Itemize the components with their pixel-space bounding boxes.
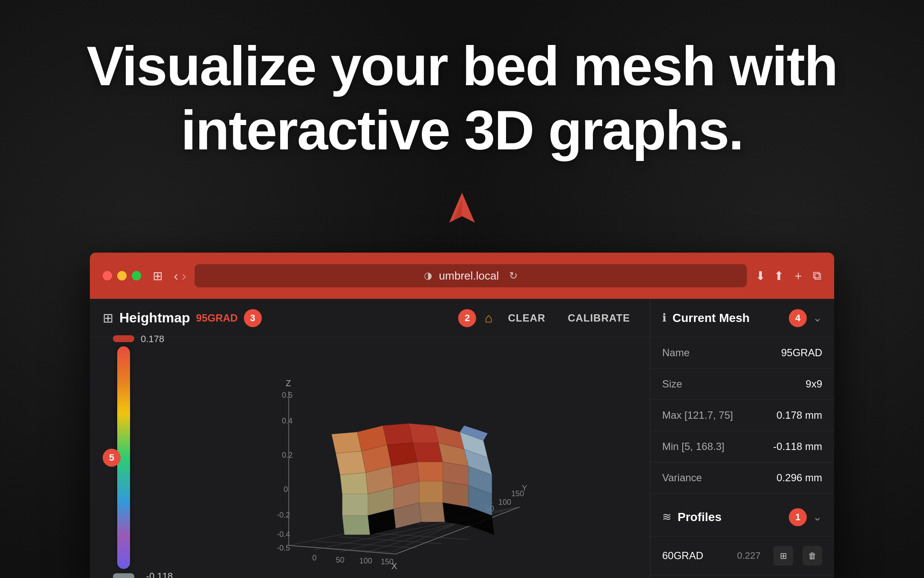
- svg-marker-33: [332, 432, 361, 453]
- home-icon[interactable]: ⌂: [485, 311, 492, 325]
- size-value: 9x9: [806, 378, 822, 390]
- logo: [441, 188, 483, 233]
- profiles-section: ≋ Profiles 1 ⌄ 60GRAD 0.227 ⊞ 🗑 70GRAD 0…: [650, 498, 834, 578]
- close-button[interactable]: [103, 271, 112, 280]
- svg-text:0.2: 0.2: [282, 451, 293, 459]
- max-value: 0.178 mm: [776, 409, 822, 421]
- svg-marker-57: [342, 515, 370, 535]
- heightmap-header: ⊞ Heightmap 95GRAD 3 2 ⌂ CLEAR CALIBRATE: [90, 299, 650, 337]
- grid-icon: ⊞: [103, 310, 113, 325]
- badge-2: 2: [458, 309, 476, 327]
- browser-actions: ⬇ ⬆ ＋ ⧉: [755, 268, 821, 284]
- svg-line-9: [340, 537, 443, 544]
- svg-marker-45: [340, 473, 368, 494]
- url-bar[interactable]: ◑ umbrel.local ↻: [195, 264, 747, 287]
- mesh-3d-container[interactable]: 0.5 0.4 0.2 0 -0.2 -0.4 -0.5 0 50 100 15…: [246, 340, 545, 575]
- profile-name-0: 60GRAD: [662, 550, 731, 562]
- svg-text:0: 0: [284, 485, 288, 494]
- svg-line-8: [314, 541, 417, 548]
- value-bottom: -0.118: [146, 571, 173, 578]
- svg-marker-51: [342, 494, 368, 515]
- heightmap-title: Heightmap: [119, 310, 190, 326]
- url-text: umbrel.local: [439, 269, 499, 283]
- svg-text:-0.4: -0.4: [277, 530, 290, 539]
- svg-text:0.5: 0.5: [282, 391, 293, 399]
- left-panel: ⊞ Heightmap 95GRAD 3 2 ⌂ CLEAR CALIBRATE…: [90, 299, 650, 578]
- size-label: Size: [662, 378, 682, 390]
- profiles-title: Profiles: [678, 510, 783, 524]
- badge-1: 1: [789, 508, 807, 526]
- header-left: ⊞ Heightmap 95GRAD 3: [103, 309, 451, 327]
- chevron-down-icon[interactable]: ⌄: [813, 311, 822, 325]
- svg-text:Y: Y: [522, 484, 527, 492]
- profiles-chevron-icon[interactable]: ⌄: [813, 510, 822, 524]
- color-bar-top-marker: [113, 335, 134, 342]
- header-right: 2 ⌂ CLEAR CALIBRATE: [458, 309, 637, 328]
- maximize-button[interactable]: [132, 271, 141, 280]
- graph-area: 5 0.178 -0.118: [90, 337, 650, 578]
- mesh-max-row: Max [121.7, 75] 0.178 mm: [650, 400, 834, 431]
- profiles-header: ≋ Profiles 1 ⌄: [650, 498, 834, 536]
- info-icon: ℹ: [662, 311, 666, 325]
- hero-title: Visualize your bed mesh with interactive…: [0, 34, 924, 162]
- value-top: 0.178: [141, 334, 164, 345]
- browser-chrome: ⊞ ‹ › ◑ umbrel.local ↻ ⬇ ⬆ ＋ ⧉: [90, 253, 834, 299]
- variance-value: 0.296 mm: [776, 472, 822, 484]
- svg-marker-60: [419, 503, 445, 522]
- sidebar-toggle-icon[interactable]: ⊞: [150, 268, 165, 283]
- nav-arrows: ‹ ›: [174, 268, 186, 284]
- svg-marker-42: [413, 443, 443, 462]
- badge-5: 5: [103, 449, 121, 467]
- svg-marker-55: [443, 481, 468, 507]
- share-icon[interactable]: ⬆: [774, 269, 784, 283]
- current-mesh-header: ℹ Current Mesh 4 ⌄: [650, 299, 834, 337]
- svg-line-14: [289, 545, 396, 554]
- svg-marker-35: [383, 423, 413, 445]
- profiles-icon: ≋: [662, 510, 672, 524]
- hero-section: Visualize your bed mesh with interactive…: [0, 0, 924, 162]
- mesh-svg: 0.5 0.4 0.2 0 -0.2 -0.4 -0.5 0 50 100 15…: [246, 340, 545, 575]
- app-logo: [441, 188, 483, 231]
- min-label: Min [5, 168.3]: [662, 441, 724, 453]
- profile-delete-button-0[interactable]: 🗑: [803, 546, 822, 566]
- minimize-button[interactable]: [117, 271, 127, 280]
- svg-marker-36: [409, 423, 438, 443]
- badge-4: 4: [789, 309, 807, 327]
- profile-view-button-0[interactable]: ⊞: [773, 546, 793, 566]
- svg-text:50: 50: [336, 556, 344, 564]
- badge-3: 3: [244, 309, 262, 327]
- profile-row-1: 70GRAD 0.246 ⊞ 🗑: [650, 575, 834, 578]
- svg-text:-0.5: -0.5: [277, 544, 290, 552]
- forward-arrow[interactable]: ›: [182, 268, 187, 284]
- current-mesh-title: Current Mesh: [672, 311, 783, 325]
- variance-label: Variance: [662, 472, 702, 484]
- download-icon[interactable]: ⬇: [755, 269, 765, 283]
- contrast-icon: ◑: [424, 270, 432, 281]
- browser-window: ⊞ ‹ › ◑ umbrel.local ↻ ⬇ ⬆ ＋ ⧉ ⊞ Heightm…: [90, 253, 834, 578]
- svg-text:X: X: [391, 561, 397, 571]
- tabs-icon[interactable]: ⧉: [813, 269, 821, 283]
- mesh-size-row: Size 9x9: [650, 369, 834, 400]
- app-content: ⊞ Heightmap 95GRAD 3 2 ⌂ CLEAR CALIBRATE…: [90, 299, 834, 578]
- svg-text:100: 100: [498, 498, 511, 506]
- profile-label: 95GRAD: [196, 312, 237, 324]
- refresh-icon[interactable]: ↻: [509, 270, 518, 282]
- name-label: Name: [662, 347, 690, 359]
- profile-value-0: 0.227: [737, 550, 761, 561]
- color-bar-bottom-marker: [113, 573, 134, 578]
- svg-text:100: 100: [359, 557, 372, 565]
- name-value: 95GRAD: [781, 347, 822, 359]
- svg-marker-48: [417, 462, 443, 481]
- new-tab-icon[interactable]: ＋: [792, 268, 804, 284]
- back-arrow[interactable]: ‹: [174, 268, 178, 284]
- mesh-variance-row: Variance 0.296 mm: [650, 462, 834, 494]
- calibrate-button[interactable]: CALIBRATE: [561, 309, 637, 328]
- svg-text:-0.2: -0.2: [277, 511, 290, 519]
- svg-marker-39: [336, 451, 366, 475]
- mesh-name-row: Name 95GRAD: [650, 337, 834, 369]
- svg-marker-54: [419, 481, 443, 503]
- clear-button[interactable]: CLEAR: [501, 309, 552, 328]
- right-panel: ℹ Current Mesh 4 ⌄ Name 95GRAD Size 9x9 …: [650, 299, 834, 578]
- mesh-min-row: Min [5, 168.3] -0.118 mm: [650, 431, 834, 462]
- svg-text:Z: Z: [286, 378, 291, 388]
